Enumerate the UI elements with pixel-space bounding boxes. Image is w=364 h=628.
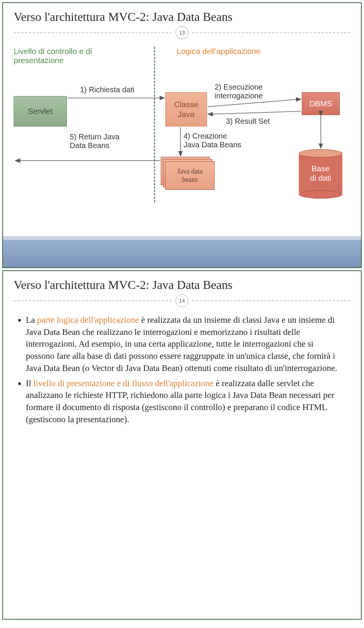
slide-title: Verso l'architettura MVC-2: Java Data Be… [3, 271, 361, 294]
right-layer-heading: Logica dell'applicazione [177, 47, 260, 56]
java-data-beans-stack: Java databeans [161, 157, 210, 189]
step-3-label: 3) Result Set [226, 117, 270, 126]
database-cylinder: Basedi dati [299, 153, 342, 195]
slide-footer-strip [3, 240, 361, 267]
bullet-logic-layer: La parte logica dell'applicazione è real… [26, 314, 338, 374]
slide-title: Verso l'architettura MVC-2: Java Data Be… [3, 3, 361, 26]
svg-line-2 [208, 111, 301, 114]
step-5-label: 5) Return JavaData Beans [70, 133, 119, 150]
classe-java-box: ClasseJava [165, 92, 207, 126]
architecture-diagram: Livello di controllo e di presentazione … [14, 47, 350, 229]
svg-line-1 [208, 99, 301, 107]
slide-14: Verso l'architettura MVC-2: Java Data Be… [2, 270, 362, 620]
layer-separator [154, 47, 155, 202]
page-number-badge: 13 [176, 26, 188, 39]
title-divider: 13 [3, 26, 361, 39]
left-layer-heading: Livello di controllo e di presentazione [14, 47, 92, 65]
step-4-label: 4) CreazioneJava Data Beans [184, 132, 241, 149]
title-divider: 14 [3, 294, 361, 307]
page-number-badge: 14 [176, 294, 188, 307]
dbms-box: DBMS [302, 92, 340, 115]
bullet-list: La parte logica dell'applicazione è real… [3, 307, 361, 426]
bullet-presentation-layer: Il livello di presentazione e di flusso … [26, 377, 338, 426]
slide-13: Verso l'architettura MVC-2: Java Data Be… [2, 2, 362, 268]
step-2-label: 2) Esecuzioneinterrogazione [215, 83, 263, 100]
step-1-label: 1) Richiesta dati [80, 85, 134, 94]
servlet-box: Servlet [14, 96, 67, 126]
diagram-arrows [14, 47, 350, 229]
